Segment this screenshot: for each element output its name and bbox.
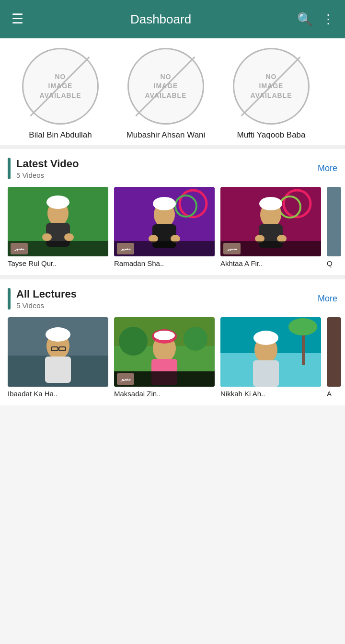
all-lectures-count: 5 Videos [16,301,318,310]
svg-point-41 [288,318,317,335]
svg-point-37 [154,331,175,340]
no-image-text: NoImageAvailable [145,72,186,101]
video-thumbnail-partial [327,187,341,256]
section-divider [0,145,345,149]
lecture-thumbnail [220,317,321,387]
all-lectures-more-button[interactable]: More [318,292,337,306]
latest-video-count: 5 Videos [16,171,318,179]
thumb-logo: مسير [11,243,28,254]
lecture-card[interactable]: مسير Maksadai Zin.. [114,317,215,398]
all-lectures-section-header: All Lectures 5 Videos More [0,279,345,312]
speaker-item[interactable]: NoImageAvailable Mufti Yaqoob Baba [218,48,324,140]
thumb-bar: مسير [114,371,215,387]
lecture-title: Maksadai Zin.. [114,390,215,398]
video-card[interactable]: مسير Akhtaa A Fir.. [220,187,321,267]
header-actions: 🔍 ⋮ [294,9,337,30]
video-title: Ramadan Sha.. [114,259,215,267]
svg-point-26 [46,327,70,342]
thumb-logo: مسير [117,243,134,254]
video-thumbnail: مسير [220,187,321,256]
svg-point-4 [42,233,52,241]
video-title: Q [327,259,341,267]
lecture-title: Nikkah Ki Ah.. [220,390,321,398]
section-divider-2 [0,275,345,279]
video-card[interactable]: مسير Tayse Rul Qur.. [8,187,108,267]
speaker-item[interactable]: NoImageAvailable Mubashir Ahsan Wani [113,48,218,140]
thumb-logo: مسير [223,243,241,254]
svg-point-33 [184,327,207,351]
svg-point-19 [259,197,282,210]
latest-video-title: Latest Video [16,158,318,170]
section-accent [8,158,11,179]
lecture-thumbnail-partial [327,317,341,387]
video-thumbnail: مسير [8,187,108,256]
thumb-bar: مسير [8,241,108,256]
all-lectures-title: All Lectures [16,288,318,300]
all-lectures-scroll: Ibaadat Ka Ha.. [0,312,345,405]
latest-video-section-header: Latest Video 5 Videos More [0,149,345,182]
lecture-card-partial[interactable]: A [327,317,341,398]
speaker-name: Bilal Bin Abdullah [29,130,92,140]
svg-point-11 [153,197,176,210]
no-image-text: NoImageAvailable [250,72,292,101]
more-options-icon[interactable]: ⋮ [319,9,337,30]
app-header: ☰ Dashboard 🔍 ⋮ [0,0,345,38]
speaker-avatar: NoImageAvailable [233,48,310,125]
page-title: Dashboard [27,12,294,27]
menu-icon[interactable]: ☰ [8,9,27,30]
speaker-item[interactable]: NoImageAvailable Bilal Bin Abdullah [8,48,113,140]
video-card-partial[interactable]: Q [327,187,341,267]
thumbnail-figure [8,317,108,387]
thumb-bar: مسير [220,241,321,256]
section-info: Latest Video 5 Videos [16,158,318,179]
svg-point-3 [46,196,69,209]
search-icon[interactable]: 🔍 [294,9,315,30]
svg-point-44 [253,331,278,345]
video-thumbnail: مسير [114,187,215,256]
lecture-card[interactable]: Nikkah Ki Ah.. [220,317,321,398]
video-title: Tayse Rul Qur.. [8,259,108,267]
lecture-thumbnail [8,317,108,387]
lecture-title: A [327,390,341,398]
speaker-avatar: NoImageAvailable [22,48,99,125]
speaker-name: Mufti Yaqoob Baba [237,130,305,140]
lecture-title: Ibaadat Ka Ha.. [8,390,108,398]
svg-rect-25 [45,356,71,383]
latest-video-scroll: مسير Tayse Rul Qur.. [0,182,345,275]
section-info: All Lectures 5 Videos [16,288,318,310]
thumb-bar: مسير [114,241,215,256]
speaker-name: Mubashir Ahsan Wani [126,130,206,140]
lecture-card[interactable]: Ibaadat Ka Ha.. [8,317,108,398]
thumb-logo: مسير [117,373,134,385]
svg-point-5 [64,233,74,241]
no-image-text: NoImageAvailable [39,72,81,101]
svg-point-32 [119,327,148,356]
main-content: NoImageAvailable Bilal Bin Abdullah NoIm… [0,38,345,405]
section-accent [8,288,11,310]
speakers-scroll: NoImageAvailable Bilal Bin Abdullah NoIm… [0,38,345,145]
video-title: Akhtaa A Fir.. [220,259,321,267]
speaker-avatar: NoImageAvailable [127,48,204,125]
latest-video-more-button[interactable]: More [318,161,337,175]
lecture-thumbnail: مسير [114,317,215,387]
thumbnail-figure [220,317,321,387]
svg-rect-43 [253,360,279,387]
video-card[interactable]: مسير Ramadan Sha.. [114,187,215,267]
